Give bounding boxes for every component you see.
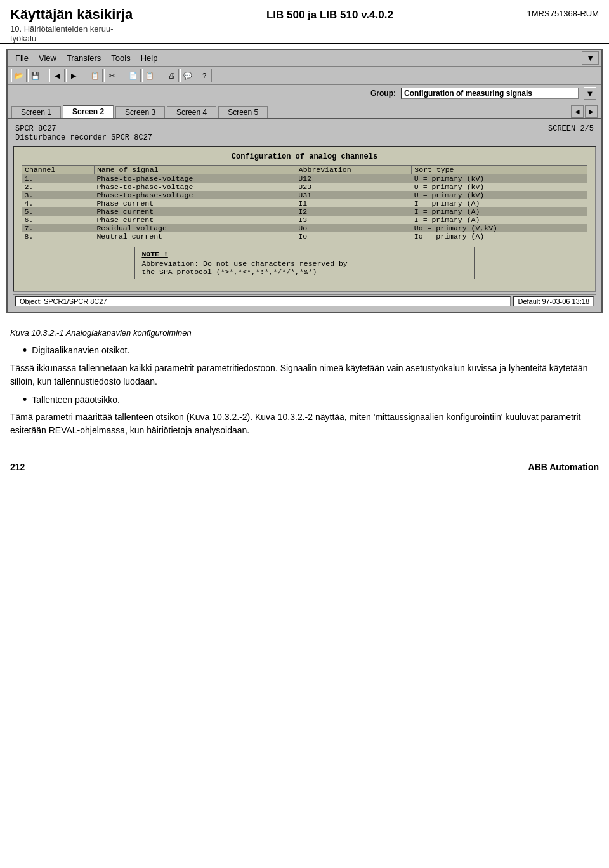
toolbar-save[interactable]: 💾: [28, 69, 43, 82]
cell-channel-num: 6.: [22, 216, 95, 224]
tab-screen4[interactable]: Screen 4: [167, 106, 216, 118]
cell-abbreviation: U12: [296, 174, 412, 183]
cell-abbreviation: Uo: [296, 224, 412, 232]
menu-file[interactable]: File: [10, 52, 34, 64]
group-dropdown-btn[interactable]: ▼: [584, 87, 596, 100]
cell-signal-name: Phase-to-phase-voltage: [94, 183, 296, 191]
manual-title: Käyttäjän käsikirja: [10, 6, 133, 23]
header-center-title: LIB 500 ja LIB 510 v.4.0.2: [266, 6, 393, 22]
cell-signal-name: Residual voltage: [94, 224, 296, 232]
device-name: SPCR 8C27: [15, 124, 152, 133]
page-number: 212: [10, 462, 25, 472]
status-datetime: Default 97-03-06 13:18: [513, 296, 594, 306]
table-row: 7. Residual voltage Uo Uo = primary (V,k…: [22, 224, 587, 232]
status-bar: Object: SPCR1/SPCR 8C27 Default 97-03-06…: [13, 294, 596, 308]
cell-channel-num: 2.: [22, 183, 95, 191]
cell-channel-num: 1.: [22, 174, 95, 183]
cell-sort-type: U = primary (kV): [412, 191, 587, 199]
toolbar-msg[interactable]: 💬: [180, 69, 195, 82]
toolbar-back[interactable]: ◀: [49, 69, 65, 82]
table-row: 4. Phase current I1 I = primary (A): [22, 199, 587, 207]
toolbar-read[interactable]: 📄: [126, 69, 141, 82]
cell-signal-name: Phase current: [94, 216, 296, 224]
toolbar-forward[interactable]: ▶: [66, 69, 81, 82]
cell-channel-num: 3.: [22, 191, 95, 199]
page-footer: 212 ABB Automation: [0, 459, 609, 475]
toolbar-cut[interactable]: ✂: [104, 69, 119, 82]
cell-signal-name: Phase current: [94, 199, 296, 207]
toolbar: 📂 💾 ◀ ▶ 📋 ✂ 📄 📋 🖨 💬 ?: [8, 67, 601, 85]
menu-dropdown-arrow[interactable]: ▼: [582, 51, 599, 65]
tab-screen2[interactable]: Screen 2: [63, 105, 114, 118]
status-object: Object: SPCR1/SPCR 8C27: [15, 296, 511, 306]
bullet-text-1: Digitaalikanavien otsikot.: [32, 344, 129, 357]
cell-abbreviation: Io: [296, 232, 412, 240]
cell-signal-name: Neutral current: [94, 232, 296, 240]
tab-arrow-right[interactable]: ►: [585, 105, 598, 118]
main-content: SPCR 8C27 Disturbance recorder SPCR 8C27…: [8, 119, 601, 312]
manual-subtitle: 10. Häiriötallenteiden keruu- työkalu: [10, 24, 133, 43]
group-bar: Group: Configuration of measuring signal…: [8, 85, 601, 102]
table-row: 5. Phase current I2 I = primary (A): [22, 207, 587, 216]
menu-transfers[interactable]: Transfers: [62, 52, 106, 64]
paragraph-1: Tässä ikkunassa tallennetaan kaikki para…: [10, 362, 599, 388]
cell-signal-name: Phase current: [94, 207, 296, 216]
col-channel: Channel: [22, 166, 95, 174]
page-header: Käyttäjän käsikirja 10. Häiriötallenteid…: [0, 0, 609, 44]
table-row: 8. Neutral current Io Io = primary (A): [22, 232, 587, 240]
device-description: Disturbance recorder SPCR 8C27: [15, 133, 152, 142]
cell-channel-num: 8.: [22, 232, 95, 240]
col-abbr: Abbreviation: [296, 166, 412, 174]
group-label: Group:: [370, 89, 396, 98]
bullet-item-1: • Digitaalikanavien otsikot.: [23, 344, 599, 358]
group-select[interactable]: Configuration of measuring signals: [401, 88, 579, 99]
cell-sort-type: U = primary (kV): [412, 183, 587, 191]
cell-abbreviation: I3: [296, 216, 412, 224]
screen-info-right: SCREEN 2/5: [548, 124, 594, 142]
toolbar-print[interactable]: 🖨: [164, 69, 179, 82]
figure-caption: Kuva 10.3.2.-1 Analogiakanavien konfigur…: [10, 328, 599, 338]
page-body: Kuva 10.3.2.-1 Analogiakanavien konfigur…: [0, 318, 609, 452]
menu-view[interactable]: View: [34, 52, 62, 64]
table-row: 1. Phase-to-phase-voltage U12 U = primar…: [22, 174, 587, 183]
tab-screen3[interactable]: Screen 3: [115, 106, 165, 118]
tab-screen1[interactable]: Screen 1: [11, 106, 61, 118]
tab-screen5[interactable]: Screen 5: [218, 106, 268, 118]
cell-signal-name: Phase-to-phase-voltage: [94, 174, 296, 183]
col-name: Name of signal: [94, 166, 296, 174]
channel-table: Channel Name of signal Abbreviation Sort…: [22, 165, 587, 240]
cell-abbreviation: U23: [296, 183, 412, 191]
header-doc-number: 1MRS751368-RUM: [527, 6, 599, 18]
screen-info: SPCR 8C27 Disturbance recorder SPCR 8C27…: [13, 123, 596, 143]
cell-sort-type: I = primary (A): [412, 199, 587, 207]
cell-channel-num: 7.: [22, 224, 95, 232]
screen-tabs: Screen 1 Screen 2 Screen 3 Screen 4 Scre…: [8, 102, 601, 119]
toolbar-open[interactable]: 📂: [11, 69, 27, 82]
bullet-item-2: • Tallenteen pääotsikko.: [23, 393, 599, 407]
terminal-area: Configuration of analog channels Channel…: [13, 146, 596, 292]
cell-sort-type: U = primary (kV): [412, 174, 587, 183]
bullet-text-2: Tallenteen pääotsikko.: [32, 393, 120, 407]
terminal-title: Configuration of analog channels: [22, 152, 587, 161]
cell-sort-type: I = primary (A): [412, 216, 587, 224]
cell-signal-name: Phase-to-phase-voltage: [94, 191, 296, 199]
note-title: NOTE !: [141, 250, 467, 258]
footer-brand: ABB Automation: [528, 462, 599, 472]
cell-abbreviation: U31: [296, 191, 412, 199]
table-row: 3. Phase-to-phase-voltage U31 U = primar…: [22, 191, 587, 199]
cell-channel-num: 4.: [22, 199, 95, 207]
header-left: Käyttäjän käsikirja 10. Häiriötallenteid…: [10, 6, 133, 43]
menu-help[interactable]: Help: [136, 52, 163, 64]
bullet-dot-1: •: [23, 344, 27, 358]
toolbar-read2[interactable]: 📋: [142, 69, 157, 82]
application-window: File View Transfers Tools Help ▼ 📂 💾 ◀ ▶…: [6, 49, 603, 313]
toolbar-help[interactable]: ?: [197, 69, 212, 82]
toolbar-copy[interactable]: 📋: [88, 69, 103, 82]
menu-tools[interactable]: Tools: [106, 52, 135, 64]
menu-bar: File View Transfers Tools Help ▼: [8, 50, 601, 67]
cell-sort-type: I = primary (A): [412, 207, 587, 216]
tab-arrow-left[interactable]: ◄: [571, 105, 584, 118]
cell-sort-type: Io = primary (A): [412, 232, 587, 240]
screen-info-left: SPCR 8C27 Disturbance recorder SPCR 8C27: [15, 124, 152, 142]
note-box: NOTE ! Abbreviation: Do not use characte…: [134, 247, 474, 279]
